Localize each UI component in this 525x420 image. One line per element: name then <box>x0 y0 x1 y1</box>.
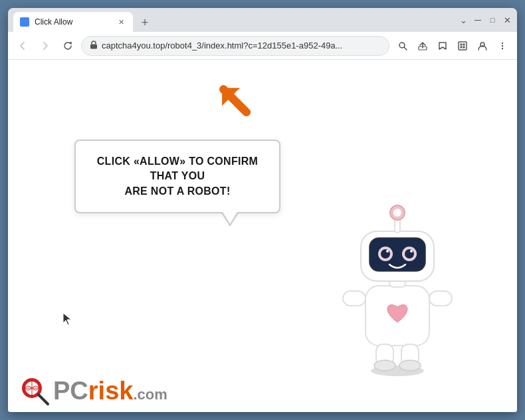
svg-point-34 <box>393 209 401 217</box>
forward-button[interactable] <box>36 37 54 55</box>
svg-point-20 <box>399 360 421 371</box>
robot-character <box>331 193 464 372</box>
reload-button[interactable] <box>58 37 77 55</box>
bubble-line1: CLICK «ALLOW» TO CONFIRM THAT YOU <box>97 156 258 181</box>
search-icon-button[interactable] <box>393 37 412 55</box>
pcrisk-text-group: PC risk .com <box>53 377 167 405</box>
pcrisk-pc-text: PC <box>53 377 88 405</box>
url-text: captcha4you.top/robot4_3/index.html?c=12… <box>102 41 381 51</box>
navigation-bar: captcha4you.top/robot4_3/index.html?c=12… <box>8 32 517 60</box>
svg-rect-8 <box>463 46 465 48</box>
tab-close-button[interactable]: ✕ <box>116 17 126 27</box>
svg-point-31 <box>410 250 413 253</box>
pcrisk-dotcom-text: .com <box>133 386 167 403</box>
tab-favicon <box>20 17 29 27</box>
active-tab[interactable]: Click Allow ✕ <box>13 12 133 32</box>
menu-icon-button[interactable] <box>493 37 512 55</box>
address-bar[interactable]: captcha4you.top/robot4_3/index.html?c=12… <box>81 36 389 56</box>
tab-area: Click Allow ✕ + <box>13 8 451 32</box>
window-settings-icon[interactable]: ⌄ <box>459 15 468 25</box>
lock-icon <box>90 41 98 51</box>
bubble-line2: ARE NOT A ROBOT! <box>124 185 230 197</box>
orange-arrow <box>207 73 261 126</box>
svg-rect-4 <box>459 42 467 50</box>
svg-point-11 <box>502 45 503 46</box>
close-button[interactable]: ✕ <box>502 15 512 25</box>
svg-rect-15 <box>343 291 366 306</box>
speech-bubble: CLICK «ALLOW» TO CONFIRM THAT YOU ARE NO… <box>74 140 280 213</box>
pcrisk-risk-text: risk <box>88 377 134 405</box>
svg-point-0 <box>22 19 27 25</box>
svg-rect-6 <box>463 43 465 45</box>
maximize-button[interactable]: □ <box>488 15 497 25</box>
bubble-text: CLICK «ALLOW» TO CONFIRM THAT YOU ARE NO… <box>92 154 263 199</box>
svg-line-40 <box>39 395 48 404</box>
svg-rect-5 <box>461 43 463 45</box>
profile-icon-button[interactable] <box>473 37 492 55</box>
svg-point-10 <box>502 42 503 43</box>
new-tab-button[interactable]: + <box>136 13 154 32</box>
svg-point-19 <box>374 360 395 371</box>
svg-rect-16 <box>429 291 452 306</box>
minimize-button[interactable]: ─ <box>473 15 482 25</box>
extensions-icon-button[interactable] <box>453 37 472 55</box>
toolbar-icons <box>393 37 512 55</box>
svg-point-12 <box>502 47 503 49</box>
svg-point-29 <box>405 249 414 259</box>
mouse-cursor <box>62 312 73 328</box>
bookmark-icon-button[interactable] <box>433 37 452 55</box>
back-button[interactable] <box>13 37 32 55</box>
browser-window: Click Allow ✕ + ⌄ ─ □ ✕ <box>8 8 517 412</box>
pcrisk-logo: PC risk .com <box>19 375 167 407</box>
tab-title: Click Allow <box>35 17 72 27</box>
svg-rect-7 <box>461 46 463 48</box>
svg-point-26 <box>381 249 390 259</box>
share-icon-button[interactable] <box>413 37 432 55</box>
window-controls: ⌄ ─ □ ✕ <box>459 15 512 25</box>
title-bar: Click Allow ✕ + ⌄ ─ □ ✕ <box>8 8 517 32</box>
svg-rect-1 <box>90 45 97 49</box>
page-content: CLICK «ALLOW» TO CONFIRM THAT YOU ARE NO… <box>8 60 517 412</box>
svg-point-30 <box>386 250 389 253</box>
